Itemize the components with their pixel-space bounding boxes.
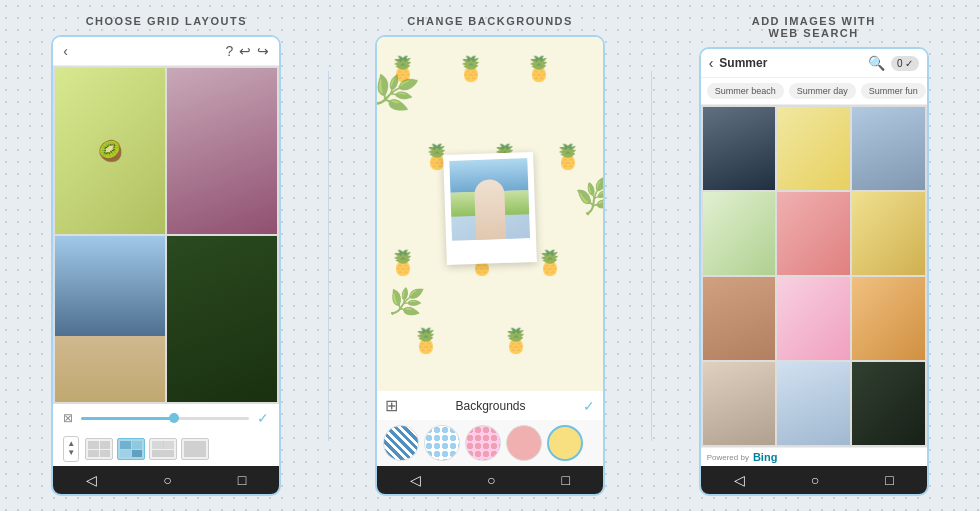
- photo-card-overlay: [443, 152, 537, 265]
- phone-frame-1: ‹ ? ↩ ↪ 🥝 ⊠ ✓: [51, 35, 281, 496]
- nav-home-icon-3[interactable]: ○: [811, 472, 819, 488]
- search-tags: Summer beach Summer day Summer fun: [701, 78, 927, 105]
- layout-row: ▲ ▼: [53, 432, 279, 466]
- bg-option-stripes[interactable]: [383, 425, 419, 461]
- search-result-street[interactable]: [703, 277, 776, 360]
- redo-icon-1[interactable]: ↪: [257, 43, 269, 59]
- photo-grid-1: 🥝: [53, 66, 279, 404]
- pineapple-deco-11: 🍍: [501, 327, 531, 355]
- nav-home-icon-1[interactable]: ○: [163, 472, 171, 488]
- top-bar-icons-1: ? ↩ ↪: [226, 43, 270, 59]
- search-result-cliff[interactable]: [703, 107, 776, 190]
- search-badge: 0 ✓: [891, 56, 919, 71]
- bing-logo: Bing: [753, 451, 777, 463]
- nav-back-icon-2[interactable]: ◁: [410, 472, 421, 488]
- leaf-deco-2: 🌿: [573, 174, 603, 217]
- backgrounds-check-icon[interactable]: ✓: [583, 398, 595, 414]
- undo-icon-1[interactable]: ↩: [239, 43, 251, 59]
- background-display-area: 🍍 🍍 🍍 🍍 🍍 🍍 🍍 🍍 🍍 🍍 🍍 🌿 🌿 🌿: [377, 37, 603, 391]
- search-result-arch[interactable]: [703, 362, 776, 445]
- section3-title: ADD IMAGES WITH WEB SEARCH: [752, 15, 876, 39]
- search-result-icecream[interactable]: [777, 277, 850, 360]
- pineapple-deco-6: 🍍: [553, 143, 583, 171]
- pineapple-deco-7: 🍍: [388, 249, 418, 277]
- slider-track[interactable]: [81, 417, 249, 420]
- nav-back-icon-3[interactable]: ◁: [734, 472, 745, 488]
- nav-bar-1: ◁ ○ □: [53, 466, 279, 494]
- help-icon-1[interactable]: ?: [226, 43, 234, 59]
- search-result-fruit[interactable]: [777, 107, 850, 190]
- search-icon-3[interactable]: 🔍: [868, 55, 885, 71]
- search-result-pineapple[interactable]: [852, 192, 925, 275]
- grid-cell-food[interactable]: 🥝: [55, 68, 165, 234]
- image-search-grid: [701, 105, 927, 447]
- bing-attribution: Powered by Bing: [701, 447, 927, 466]
- grid-icon-2[interactable]: ⊞: [385, 396, 398, 415]
- slider-fill: [81, 417, 173, 420]
- pineapple-deco-9: 🍍: [535, 249, 565, 277]
- back-button-1[interactable]: ‹: [63, 43, 68, 59]
- tag-day[interactable]: Summer day: [789, 83, 856, 99]
- search-result-bowl[interactable]: [777, 192, 850, 275]
- pineapple-deco-10: 🍍: [411, 327, 441, 355]
- slider-icon: ⊠: [63, 411, 73, 425]
- layout-thumb-1[interactable]: [85, 438, 113, 460]
- layout-thumb-4[interactable]: [181, 438, 209, 460]
- search-result-umbrella[interactable]: [852, 277, 925, 360]
- nav-back-icon-1[interactable]: ◁: [86, 472, 97, 488]
- section1-title: CHOOSE GRID LAYOUTS: [86, 15, 247, 27]
- photo-card-inner: [449, 158, 530, 241]
- main-container: CHOOSE GRID LAYOUTS ‹ ? ↩ ↪ 🥝 ⊠: [0, 0, 980, 511]
- phone-frame-2: 🍍 🍍 🍍 🍍 🍍 🍍 🍍 🍍 🍍 🍍 🍍 🌿 🌿 🌿: [375, 35, 605, 496]
- bg-option-flowers[interactable]: [465, 425, 501, 461]
- bg-option-pink[interactable]: [506, 425, 542, 461]
- backgrounds-scroll[interactable]: [377, 420, 603, 466]
- backgrounds-toolbar: ⊞ Backgrounds ✓: [377, 391, 603, 420]
- slider-check-icon[interactable]: ✓: [257, 410, 269, 426]
- grid-cell-beach[interactable]: [55, 236, 165, 402]
- powered-by-text: Powered by: [707, 453, 749, 462]
- slider-row: ⊠ ✓: [53, 404, 279, 432]
- layout-arrows[interactable]: ▲ ▼: [63, 436, 79, 462]
- down-arrow-icon: ▼: [67, 449, 75, 458]
- leaf-deco-3: 🌿: [386, 282, 426, 321]
- section-grid-layouts: CHOOSE GRID LAYOUTS ‹ ? ↩ ↪ 🥝 ⊠: [5, 10, 328, 501]
- nav-bar-3: ◁ ○ □: [701, 466, 927, 494]
- nav-square-icon-1[interactable]: □: [238, 472, 246, 488]
- grid-cell-fern[interactable]: [167, 236, 277, 402]
- bg-option-dots[interactable]: [424, 425, 460, 461]
- badge-count: 0: [897, 58, 903, 69]
- bg-option-yellow[interactable]: [547, 425, 583, 461]
- slider-thumb: [169, 413, 179, 423]
- layout-thumb-3[interactable]: [149, 438, 177, 460]
- section-change-backgrounds: CHANGE BACKGROUNDS 🍍 🍍 🍍 🍍 🍍 🍍 🍍 🍍 🍍 🍍 🍍: [329, 10, 652, 501]
- search-result-leaves[interactable]: [703, 192, 776, 275]
- nav-bar-2: ◁ ○ □: [377, 466, 603, 494]
- top-bar-1: ‹ ? ↩ ↪: [53, 37, 279, 66]
- layout-thumbs: [85, 438, 209, 460]
- search-result-fern2[interactable]: [852, 362, 925, 445]
- search-result-building[interactable]: [777, 362, 850, 445]
- tag-fun[interactable]: Summer fun: [861, 83, 926, 99]
- search-query[interactable]: Summer: [719, 56, 862, 70]
- nav-square-icon-3[interactable]: □: [885, 472, 893, 488]
- badge-check: ✓: [905, 58, 913, 69]
- girl-silhouette: [474, 179, 506, 240]
- back-button-3[interactable]: ‹: [709, 55, 714, 71]
- grid-cell-girl[interactable]: [167, 68, 277, 234]
- section2-title: CHANGE BACKGROUNDS: [407, 15, 573, 27]
- backgrounds-label: Backgrounds: [404, 399, 577, 413]
- pineapple-deco-2: 🍍: [456, 55, 486, 83]
- nav-square-icon-2[interactable]: □: [562, 472, 570, 488]
- layout-thumb-2[interactable]: [117, 438, 145, 460]
- nav-home-icon-2[interactable]: ○: [487, 472, 495, 488]
- search-result-back[interactable]: [852, 107, 925, 190]
- tag-beach[interactable]: Summer beach: [707, 83, 784, 99]
- search-bar: ‹ Summer 🔍 0 ✓: [701, 49, 927, 78]
- section-web-search: ADD IMAGES WITH WEB SEARCH ‹ Summer 🔍 0 …: [652, 10, 975, 501]
- phone-frame-3: ‹ Summer 🔍 0 ✓ Summer beach Summer day S…: [699, 47, 929, 496]
- pineapple-deco-3: 🍍: [524, 55, 554, 83]
